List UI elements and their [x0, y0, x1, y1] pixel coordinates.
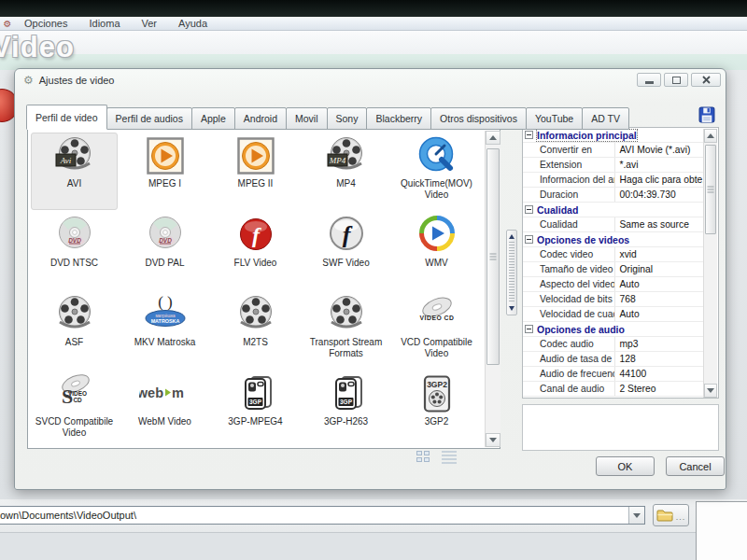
property-value[interactable]: Auto: [614, 277, 706, 291]
cancel-button[interactable]: Cancel: [666, 456, 725, 476]
tab-otros-dispositivos[interactable]: Otros dispositivos: [430, 107, 527, 130]
property-row[interactable]: Aspecto del video Auto: [523, 277, 705, 292]
tab-youtube[interactable]: YouTube: [526, 107, 583, 130]
property-row[interactable]: Codec video xvid: [523, 247, 705, 262]
property-name: Velocidad de bits d...: [523, 292, 614, 306]
app-gear-icon: ⚙: [1, 19, 14, 29]
output-path-value[interactable]: own\Documents\VideoOutput\: [0, 510, 628, 521]
format-item[interactable]: f SWF Video: [301, 210, 391, 289]
property-value[interactable]: 2 Stereo: [614, 382, 706, 396]
property-row[interactable]: Cualidad Same as source: [523, 217, 705, 232]
property-row[interactable]: Tamaño de video Original: [523, 262, 705, 277]
tab-android[interactable]: Android: [234, 107, 287, 130]
grid-view-icon[interactable]: [416, 451, 430, 464]
menu-item-ver[interactable]: Ver: [132, 18, 169, 29]
property-value[interactable]: Auto: [614, 307, 706, 321]
menu-item-opciones[interactable]: Opciones: [14, 18, 78, 29]
tab-blackberry[interactable]: Blackberry: [366, 107, 431, 130]
tab-apple[interactable]: Apple: [191, 107, 235, 130]
property-row[interactable]: Duracion 00:04:39.730: [523, 188, 705, 203]
property-section-header[interactable]: Opciones de videos: [523, 232, 705, 247]
property-row[interactable]: Informacion del arc... Haga clic para ob…: [523, 173, 705, 188]
format-label: DVD PAL: [145, 258, 184, 269]
property-value[interactable]: 128: [614, 352, 706, 366]
ok-button[interactable]: OK: [596, 456, 655, 476]
arrow-up-icon: [707, 133, 714, 138]
format-item[interactable]: QuickTime(MOV) Video: [391, 131, 482, 210]
property-section-header[interactable]: Cualidad: [523, 203, 705, 217]
format-item[interactable]: f FLV Video: [210, 210, 301, 289]
format-item[interactable]: MP4 MP4: [301, 131, 391, 210]
splitter-arrow-up-icon: [509, 234, 514, 239]
property-value[interactable]: 44100: [614, 367, 706, 381]
property-row[interactable]: Velocidad de bits d... 768: [523, 292, 705, 307]
collapse-icon[interactable]: [525, 131, 533, 139]
property-row[interactable]: Convertir en AVI Movie (*.avi): [523, 143, 705, 158]
format-item[interactable]: 3GP2 3GP2: [391, 369, 482, 447]
format-item[interactable]: VIDEO CD VCD Compatibile Video: [391, 289, 482, 369]
property-section-header[interactable]: Informacion principal: [523, 128, 705, 143]
close-button[interactable]: [691, 73, 721, 87]
format-item[interactable]: M2TS: [210, 289, 301, 369]
tab-perfil-de-video[interactable]: Perfil de video: [26, 105, 107, 130]
property-value[interactable]: 768: [614, 292, 706, 306]
dialog-titlebar[interactable]: ⚙ Ajustes de video: [15, 69, 726, 91]
menu-item-idioma[interactable]: Idioma: [78, 18, 131, 29]
property-row[interactable]: Codec audio mp3: [523, 337, 705, 352]
format-item[interactable]: S VIDEO CD SVCD Compatibile Video: [29, 369, 120, 447]
format-item[interactable]: MPEG II: [210, 131, 301, 210]
property-value[interactable]: *.avi: [614, 158, 706, 172]
svg-text:MATROSKA: MATROSKA: [150, 318, 179, 324]
format-item[interactable]: MPEG I: [120, 131, 210, 210]
collapse-icon[interactable]: [525, 205, 533, 214]
properties-scrollbar[interactable]: [703, 129, 717, 398]
scrollbar-thumb[interactable]: [705, 145, 716, 234]
format-item[interactable]: web m WebM Video: [120, 369, 210, 447]
format-item[interactable]: DVD DVD NTSC: [29, 210, 120, 289]
browse-folder-button[interactable]: ...: [653, 504, 689, 526]
output-path-combobox[interactable]: own\Documents\VideoOutput\: [0, 506, 645, 525]
minimize-button[interactable]: [637, 73, 661, 87]
panel-splitter-handle[interactable]: [506, 230, 517, 315]
tab-perfil-de-audios[interactable]: Perfil de audios: [106, 107, 192, 130]
property-row[interactable]: Velocidad de cuadr... Auto: [523, 307, 705, 322]
format-item[interactable]: DVD DVD PAL: [120, 210, 210, 289]
property-value[interactable]: mp3: [614, 337, 706, 351]
browse-dots-label: ...: [676, 512, 686, 522]
property-row[interactable]: Canal de audio 2 Stereo: [523, 382, 705, 397]
collapse-icon[interactable]: [525, 235, 533, 244]
property-value[interactable]: AVI Movie (*.avi): [614, 143, 706, 157]
menu-item-ayuda[interactable]: Ayuda: [168, 18, 218, 29]
combo-dropdown-button[interactable]: [628, 507, 644, 524]
property-row[interactable]: Audio de tasa de bits 128: [523, 352, 705, 367]
scrollbar-thumb[interactable]: [486, 148, 500, 365]
format-item[interactable]: WMV: [391, 210, 482, 289]
format-list-scrollbar[interactable]: [485, 131, 500, 447]
property-value[interactable]: xvid: [614, 247, 706, 261]
tab-movil[interactable]: Movil: [286, 107, 328, 130]
scroll-down-button[interactable]: [704, 384, 717, 398]
property-value[interactable]: Same as source: [614, 217, 706, 231]
format-item[interactable]: Transport Stream Formats: [301, 289, 391, 369]
property-section-header[interactable]: Opciones de audio: [523, 322, 705, 337]
property-row[interactable]: Audio de frecuenci... 44100: [523, 367, 705, 382]
property-value[interactable]: Haga clic para obte...: [614, 173, 706, 187]
collapse-icon[interactable]: [525, 325, 533, 333]
maximize-button[interactable]: [664, 73, 688, 87]
list-view-icon[interactable]: [442, 451, 457, 464]
format-item[interactable]: ( ) матрёшка MATROSKA MKV Matroska: [120, 289, 210, 369]
property-value[interactable]: 00:04:39.730: [614, 188, 706, 202]
flash-gray-icon: f: [325, 213, 368, 258]
scroll-up-button[interactable]: [704, 129, 717, 143]
tab-ad-tv[interactable]: AD TV: [582, 107, 629, 130]
format-item[interactable]: Avi AVI: [29, 131, 120, 210]
save-profile-button[interactable]: [698, 106, 715, 123]
format-item[interactable]: 3GP 3GP-MPEG4: [210, 369, 301, 447]
property-value[interactable]: Original: [614, 262, 706, 276]
property-row[interactable]: Extension *.avi: [523, 158, 705, 173]
scroll-down-button[interactable]: [486, 433, 500, 447]
format-item[interactable]: 3GP 3GP-H263: [301, 369, 391, 447]
tab-sony[interactable]: Sony: [327, 107, 368, 130]
format-item[interactable]: ASF: [29, 289, 120, 369]
scroll-up-button[interactable]: [486, 131, 500, 145]
